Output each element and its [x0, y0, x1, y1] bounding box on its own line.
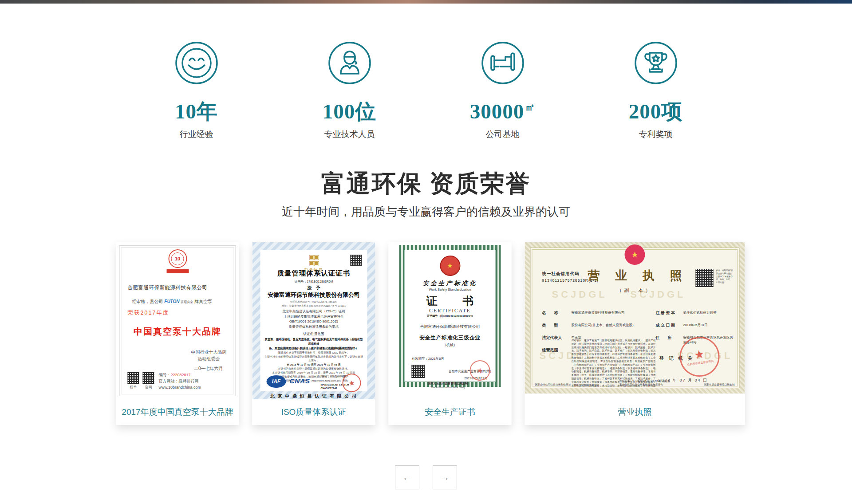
website-line: 官方网站：品牌排行网	[159, 378, 201, 385]
stat-label: 行业经验	[120, 129, 273, 140]
carousel-nav: ← →	[395, 465, 457, 489]
license-subtitle: （副 本）	[531, 287, 739, 294]
field-label: 类 型	[542, 323, 558, 328]
audit-post: 牌真空泵	[194, 299, 212, 304]
field-value: 安徽富通环保节能科技股份有限公司	[572, 311, 654, 315]
footer-mid-line: 市场主体应当于每年1月1日至6月30日通过国	[619, 379, 677, 383]
issuer-footer: 北 京 中 鼎 恒 昌 认 证 有 限 公 司	[260, 393, 367, 399]
certificate-card-top-ten-brand[interactable]: 10 合肥富通环保新能源科技有限公司 经审核，贵公司 FUTON 富通真空 牌真…	[116, 242, 239, 425]
stat-industry-experience: 10年 行业经验	[120, 41, 273, 140]
factory-base-icon	[481, 41, 525, 85]
fine-print-line: 在证书持有者的管理体系持续符合质量管理体系标准要求的运行条件下，认证有效期为三年…	[264, 355, 364, 363]
issue-date: 二0一七年六月	[194, 366, 223, 372]
stat-patent-awards: 200项 专利奖项	[579, 41, 732, 140]
certificate-image-work-safety: ★ 安全生产标准化 Work Safety Standardization 证 …	[389, 242, 512, 399]
fine-print-line: 本证书的有效性需经中鼎恒昌通过定期的监督审核确认保持。	[264, 367, 364, 371]
scope-line: 真空泵、循环压缩机、复合真空系统、电气控制系统及节能环保设备（生物成型压缩机设	[265, 337, 363, 346]
cert-company: 合肥富通环保新能源科技有限公司	[128, 284, 208, 291]
cert-company: 合肥富通环保新能源科技有限公司	[405, 324, 496, 330]
certificate-card-iso[interactable]: ▣▣▣▣ 中鼎恒昌 质量管理体系认证证书 证书号：17918Q15863R0M …	[252, 242, 375, 425]
award-title: 中国真空泵十大品牌	[116, 326, 239, 338]
field-label: 法定代表人	[542, 335, 562, 341]
org-code: 组织机构代码证号：91340121575728510R	[260, 300, 367, 304]
body-line: 上述组织的质量管理体系已经评审并符合	[260, 314, 367, 319]
certificate-image-iso: ▣▣▣▣ 中鼎恒昌 质量管理体系认证证书 证书号：17918Q15863R0M …	[252, 242, 375, 399]
prev-arrow-button[interactable]: ←	[395, 465, 419, 489]
cert-grade: 安全生产标准化三级企业	[405, 335, 496, 341]
stat-technical-staff: 100位 专业技术人员	[273, 41, 426, 140]
fine-print-line: 本证书认证范围与其涉及有效的法律法规的要求一并使用。	[264, 347, 364, 351]
national-emblem-icon: ★	[625, 244, 645, 267]
cert-word: 证 书	[405, 294, 496, 308]
trophy-icon	[634, 41, 678, 85]
qr-codes: 榜单 官网	[128, 372, 154, 390]
qr-ranking: 榜单	[128, 372, 139, 390]
footer-left: 国家企业信用信息公示系统网址：http://www.gsxt.gov.cn	[535, 383, 599, 386]
national-emblem-icon: ★	[440, 256, 460, 276]
audit-pre: 经审核，贵公司	[132, 299, 163, 304]
stat-label: 专业技术人员	[273, 129, 426, 140]
qr-code-icon	[143, 372, 154, 384]
issuer-block: 中国行业十大品牌 活动组委会	[191, 349, 227, 362]
cert-category: （机械）	[405, 343, 496, 347]
qr-label: 官网	[143, 385, 154, 390]
stat-label: 专利奖项	[579, 129, 732, 140]
award-year: 荣获2017年度	[128, 309, 170, 317]
cert-inner: ★ 安全生产标准化 Work Safety Standardization 证 …	[404, 250, 496, 382]
accreditation-logos: IAF CNAS 中国认可 国际互认 管理体系 MANAGEMENT SYSTE…	[267, 374, 363, 391]
page-title: 富通环保 资质荣誉	[0, 168, 852, 200]
field-value: 贰仟贰佰贰拾伍万圆整	[683, 311, 735, 315]
qr-label: 榜单	[128, 385, 139, 390]
previous-section-edge	[0, 0, 852, 4]
footer-right: 国家市场监督管理总局监制	[704, 383, 735, 386]
stat-value: 200项	[579, 100, 732, 123]
field-label: 名 称	[542, 310, 558, 316]
footer-cn: 国家安全生产监督管理总局监制	[428, 382, 468, 386]
website-url: www.10brandchina.com	[159, 385, 201, 391]
honors-section-page: 10年 行业经验 100位 专业技术人员 30000㎡	[0, 0, 852, 504]
qr-note: 扫描二维码登录“国家企业信用信息公示系统”了解更多登记、备案、许可、监管信息。	[716, 269, 734, 284]
cert-number: 证书号：17918Q15863R0M	[260, 280, 367, 284]
issuer-line: 中国行业十大品牌	[191, 349, 227, 355]
stat-company-base: 30000㎡ 公司基地	[426, 41, 579, 140]
body-line: GB/T19001-2016/ISO 9001:2015	[260, 319, 367, 324]
certificate-word-en: CERTIFICATE	[405, 308, 496, 313]
smiley-face-icon	[174, 41, 219, 85]
certificate-image-business-license: SCJDGL SCJDGL SCJDGL SCJDGL ★ 统一社会信用代码 9…	[525, 242, 745, 399]
brand-logo: FUTON	[164, 299, 179, 304]
body-line: 质量管理体系标准适用条款的要求	[260, 324, 367, 330]
certificate-card-work-safety[interactable]: ★ 安全生产标准化 Work Safety Standardization 证 …	[389, 242, 512, 425]
qr-code-icon	[128, 372, 139, 384]
cert-audit-line: 经审核，贵公司 FUTON 富通真空 牌真空泵	[132, 299, 213, 305]
scope-title: 认证/注册范围	[260, 332, 367, 336]
org-info: 组织机构代码证号：91340121575728510R 地址：安徽省合肥市长丰县…	[260, 300, 367, 308]
fine-print-line: 自 2018 年 10 月 09 日至 2021 年 10 月 08 日	[264, 363, 364, 367]
grant-word: 授 予	[260, 285, 367, 291]
fine-print-line: 该要求住含括不局限于行政许可、资质范围及 COC 要求等。	[264, 351, 364, 355]
qr-code-icon	[351, 255, 362, 266]
cert-inner: ▣▣▣▣ 中鼎恒昌 质量管理体系认证证书 证书号：17918Q15863R0M …	[260, 250, 367, 391]
qr-code-icon	[412, 365, 425, 378]
cert-number: 证书编号：皖AQB3401JX0201800049	[405, 314, 496, 318]
cert-inner: SCJDGL SCJDGL SCJDGL SCJDGL ★ 统一社会信用代码 9…	[530, 248, 740, 388]
license-border: SCJDGL SCJDGL SCJDGL SCJDGL ★ 统一社会信用代码 9…	[525, 242, 745, 394]
qr-code-icon	[696, 269, 714, 287]
cert-title: 质量管理体系认证证书	[260, 269, 367, 278]
next-arrow-button[interactable]: →	[433, 465, 457, 489]
cert-title-cn: 安全生产标准化	[405, 280, 496, 287]
page-subtitle: 近十年时间，用品质与专业赢得客户的信赖及业界的认可	[0, 204, 852, 220]
certificate-caption: ISO质量体系认证	[252, 399, 375, 425]
cert-title-en: Work Safety Standardization	[405, 287, 496, 291]
stat-label: 公司基地	[426, 129, 579, 140]
body-line: 北京中鼎恒昌认证有限公司（ZDHC）证明	[260, 309, 367, 314]
field-value: 2011年05月31日	[683, 323, 735, 328]
field-label: 成 立 日 期	[656, 323, 675, 328]
medal-badge-icon: 10	[164, 249, 191, 273]
certificate-card-business-license[interactable]: SCJDGL SCJDGL SCJDGL SCJDGL ★ 统一社会信用代码 9…	[525, 242, 745, 425]
certificate-caption: 安全生产证书	[389, 399, 512, 425]
certificate-carousel: 10 合肥富通环保新能源科技有限公司 经审核，贵公司 FUTON 富通真空 牌真…	[116, 242, 745, 425]
org-addr: 地址：安徽省合肥市长丰县双凤开发区凤霞路 48 号 231131	[260, 304, 367, 308]
cert-body: 北京中鼎恒昌认证有限公司（ZDHC）证明 上述组织的质量管理体系已经评审并符合 …	[260, 309, 367, 330]
footer-middle: 市场主体应当于每年1月1日至6月30日通过国 家企业信用信息公示系统报送年度报告	[619, 379, 677, 386]
field-label: 经营范围	[542, 347, 558, 353]
